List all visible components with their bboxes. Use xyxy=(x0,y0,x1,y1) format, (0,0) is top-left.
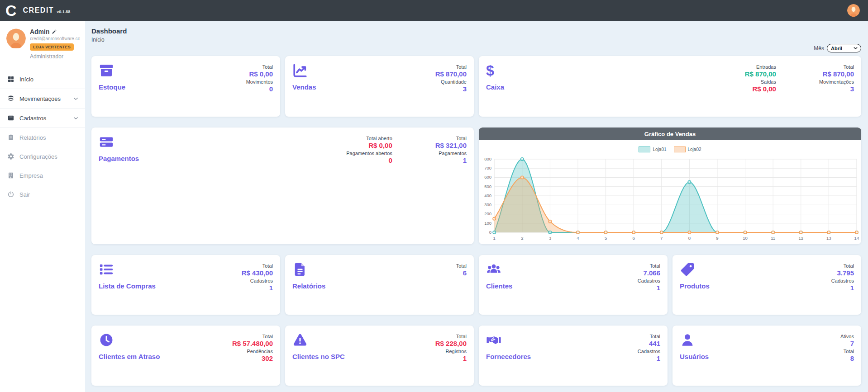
stat-value: 0 xyxy=(246,85,273,93)
user-role: Administrador xyxy=(30,53,80,60)
sidebar-item-label: Sair xyxy=(19,191,30,198)
stat-value: R$ 870,00 xyxy=(435,70,467,78)
card-relatorios-title[interactable]: Relatórios xyxy=(292,282,325,290)
svg-text:5: 5 xyxy=(605,236,607,241)
card-usuarios: Usuários Ativos 7 Total 8 xyxy=(672,326,861,386)
stat-label: Quantidade xyxy=(435,79,467,85)
sidebar-item-inicio[interactable]: Início xyxy=(0,70,85,89)
brand-name: CREDIT xyxy=(23,6,54,14)
dollar-icon: $ xyxy=(486,63,494,78)
svg-text:13: 13 xyxy=(826,236,831,241)
user-avatar[interactable] xyxy=(847,4,860,17)
stat-value: 3 xyxy=(435,85,467,93)
svg-text:800: 800 xyxy=(484,156,491,161)
edit-pencil-icon[interactable] xyxy=(52,29,57,34)
stat-label: Cadastros xyxy=(831,278,854,283)
breadcrumb: Início xyxy=(91,37,861,43)
clock-icon xyxy=(99,332,114,348)
stat-label: Cadastros xyxy=(242,278,273,283)
card-lista-de-compras: Lista de Compras Total R$ 430,00 Cadastr… xyxy=(91,255,280,315)
card-clientes-title[interactable]: Clientes xyxy=(486,282,512,290)
stat-value: 6 xyxy=(456,269,467,277)
archive-box-icon xyxy=(7,114,14,122)
month-select[interactable]: Abril xyxy=(827,44,861,52)
page-title: Dashboard xyxy=(91,27,861,35)
stat-label: Registros xyxy=(435,349,467,354)
triangle-warning-icon xyxy=(292,332,308,348)
list-icon xyxy=(99,262,114,277)
card-estoque-title[interactable]: Estoque xyxy=(99,83,125,91)
handshake-icon xyxy=(486,332,501,348)
stat-label: Ativos xyxy=(840,334,854,339)
chart-legend: Loja01Loja02 xyxy=(479,146,861,152)
stat-value: 3.795 xyxy=(831,269,854,277)
stat-value: R$ 0,00 xyxy=(346,142,392,149)
sales-chart-card: Gráfico de Vendas Loja01Loja02 010020030… xyxy=(479,128,861,244)
stat-value: R$ 430,00 xyxy=(242,269,273,277)
file-lines-icon xyxy=(292,262,308,277)
sidebar-item-empresa[interactable]: Empresa xyxy=(0,166,85,185)
legend-swatch xyxy=(639,146,650,152)
card-usuarios-title[interactable]: Usuários xyxy=(680,353,709,360)
month-select-value: Abril xyxy=(831,46,842,51)
user-email: credit@anronsoftware.co... xyxy=(30,36,80,41)
sidebar-item-label: Configurações xyxy=(19,153,57,160)
sidebar-item-configuracoes[interactable]: Configurações xyxy=(0,147,85,166)
stat-value: R$ 0,00 xyxy=(246,70,273,78)
grid-icon xyxy=(7,76,14,83)
person-avatar-icon xyxy=(847,4,860,17)
svg-text:500: 500 xyxy=(484,184,491,189)
stat-value: R$ 870,00 xyxy=(819,70,854,78)
card-caixa: $ Caixa Entradas R$ 870,00 Saídas R$ 0,0… xyxy=(479,56,861,117)
stat-label: Total xyxy=(456,263,467,269)
stat-label: Entradas xyxy=(745,64,776,70)
card-clientes-em-atraso-title[interactable]: Clientes em Atraso xyxy=(99,353,160,360)
stat-value: R$ 57.480,00 xyxy=(232,340,273,347)
stat-label: Total xyxy=(435,136,467,141)
legend-label: Loja01 xyxy=(653,147,666,152)
app-version: v0.1.88 xyxy=(57,9,70,14)
stat-value: R$ 321,00 xyxy=(435,142,467,149)
stat-label: Total xyxy=(831,263,854,269)
users-icon xyxy=(486,262,501,277)
money-check-icon xyxy=(99,134,114,150)
legend-swatch xyxy=(674,146,686,152)
card-pagamentos-title[interactable]: Pagamentos xyxy=(99,155,139,162)
sidebar-item-relatorios[interactable]: Relatórios xyxy=(0,128,85,147)
svg-text:0: 0 xyxy=(489,230,491,235)
sidebar-item-cadastros[interactable]: Cadastros xyxy=(0,109,85,128)
card-produtos-title[interactable]: Produtos xyxy=(680,282,710,290)
sidebar-item-sair[interactable]: Sair xyxy=(0,185,85,204)
svg-text:300: 300 xyxy=(484,202,491,207)
stat-value: 1 xyxy=(831,284,854,292)
stat-label: Total aberto xyxy=(346,136,392,141)
stat-label: Pendências xyxy=(232,349,273,354)
svg-text:7: 7 xyxy=(660,236,663,241)
legend-item-Loja02[interactable]: Loja02 xyxy=(674,146,701,152)
store-badge: LOJA VERTENTES xyxy=(30,43,74,51)
svg-text:11: 11 xyxy=(771,236,775,241)
user-name: Admin xyxy=(30,28,50,35)
svg-text:100: 100 xyxy=(484,221,491,226)
chevron-down-icon xyxy=(73,115,79,121)
svg-text:12: 12 xyxy=(798,236,803,241)
box-archive-icon xyxy=(99,63,114,78)
card-pagamentos: Pagamentos Total aberto R$ 0,00 Pagament… xyxy=(91,128,474,244)
card-caixa-title[interactable]: Caixa xyxy=(486,83,504,91)
stat-label: Cadastros xyxy=(638,278,660,283)
stat-value: R$ 228,00 xyxy=(435,340,467,347)
svg-text:6: 6 xyxy=(633,236,635,241)
svg-text:200: 200 xyxy=(484,212,491,217)
card-clientes-em-atraso: Clientes em Atraso Total R$ 57.480,00 Pe… xyxy=(91,326,280,386)
card-fornecedores-title[interactable]: Fornecedores xyxy=(486,353,531,360)
card-vendas-title[interactable]: Vendas xyxy=(292,83,316,91)
stat-label: Total xyxy=(638,334,660,339)
sidebar-item-movimentacoes[interactable]: Movimentações xyxy=(0,89,85,109)
stat-value: 0 xyxy=(346,156,392,164)
stat-label: Total xyxy=(840,349,854,354)
card-clientes-no-spc-title[interactable]: Clientes no SPC xyxy=(292,353,345,360)
sidebar-item-label: Empresa xyxy=(19,172,43,179)
sidebar-item-label: Cadastros xyxy=(19,115,46,122)
card-lista-de-compras-title[interactable]: Lista de Compras xyxy=(99,282,156,290)
legend-item-Loja01[interactable]: Loja01 xyxy=(639,146,666,152)
